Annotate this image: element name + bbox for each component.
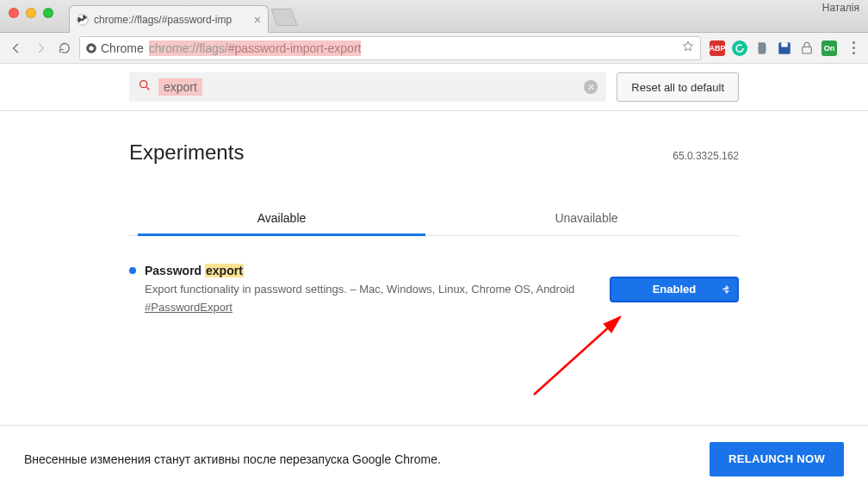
- flags-tabs: Available Unavailable: [129, 201, 739, 236]
- new-tab-button[interactable]: [270, 9, 297, 26]
- annotation-arrow: [525, 308, 646, 403]
- save-extension-icon[interactable]: [777, 40, 792, 56]
- onetab-extension-icon[interactable]: On: [822, 40, 837, 56]
- flags-search-area: export ✕ Reset all to default: [0, 64, 868, 111]
- flag-description: Export functionality in password setting…: [145, 283, 596, 296]
- flags-main: Experiments 65.0.3325.162 Available Unav…: [0, 111, 868, 315]
- tab-available[interactable]: Available: [129, 201, 434, 235]
- address-bar[interactable]: Chrome chrome://flags/#password-import-e…: [79, 36, 701, 60]
- tab-unavailable[interactable]: Unavailable: [434, 201, 739, 235]
- svg-point-7: [140, 81, 147, 88]
- close-tab-icon[interactable]: ×: [254, 14, 261, 26]
- grammarly-extension-icon[interactable]: [732, 40, 747, 56]
- search-value: export: [158, 78, 202, 96]
- browser-menu-button[interactable]: [846, 41, 861, 54]
- url-host: chrome://flags/: [149, 40, 228, 56]
- evernote-extension-icon[interactable]: [754, 40, 770, 56]
- close-window-button[interactable]: [9, 8, 19, 18]
- extension-icons: ABP On: [706, 40, 840, 56]
- radioactive-icon: [77, 14, 89, 26]
- window-titlebar: chrome://flags/#password-imp × Наталія: [0, 0, 868, 33]
- relaunch-button[interactable]: RELAUNCH NOW: [710, 442, 844, 476]
- tab-title: chrome://flags/#password-imp: [94, 14, 249, 26]
- chrome-scheme-chip: Chrome: [85, 41, 144, 55]
- relaunch-message: Внесенные изменения станут активны после…: [24, 452, 441, 466]
- flag-title-highlight: export: [205, 264, 244, 277]
- flag-state-value: Enabled: [653, 283, 697, 296]
- minimize-window-button[interactable]: [26, 8, 36, 18]
- clear-search-icon[interactable]: ✕: [584, 80, 598, 94]
- lock-extension-icon[interactable]: [799, 40, 815, 56]
- flag-modified-dot: [129, 267, 136, 274]
- profile-name[interactable]: Наталія: [822, 2, 859, 14]
- bookmark-star-icon[interactable]: [681, 40, 695, 56]
- svg-line-8: [534, 317, 620, 395]
- reload-button[interactable]: [55, 39, 74, 58]
- flag-title-prefix: Password: [145, 264, 205, 277]
- svg-rect-6: [803, 47, 812, 53]
- select-caret-icon: [724, 285, 729, 294]
- relaunch-bar: Внесенные изменения станут активны после…: [0, 425, 868, 492]
- flag-hash-link[interactable]: #PasswordExport: [145, 301, 232, 314]
- url-hash: #password-import-export: [228, 40, 362, 56]
- zoom-window-button[interactable]: [43, 8, 53, 18]
- browser-tab[interactable]: chrome://flags/#password-imp ×: [69, 5, 269, 33]
- back-button[interactable]: [7, 39, 26, 58]
- reset-all-button[interactable]: Reset all to default: [617, 72, 739, 102]
- page-content: export ✕ Reset all to default Experiment…: [0, 64, 868, 425]
- url-text: chrome://flags/#password-import-export: [149, 41, 362, 55]
- flag-title: Password export: [145, 264, 244, 277]
- svg-point-3: [89, 46, 93, 50]
- svg-rect-5: [781, 42, 788, 47]
- page-heading: Experiments: [129, 140, 244, 165]
- chrome-version: 65.0.3325.162: [673, 150, 739, 162]
- flags-search-input[interactable]: export ✕: [129, 72, 606, 102]
- browser-toolbar: Chrome chrome://flags/#password-import-e…: [0, 33, 868, 64]
- flag-state-select[interactable]: Enabled: [610, 277, 739, 302]
- flag-item: Password export Export functionality in …: [129, 264, 739, 315]
- window-controls: [0, 0, 62, 18]
- forward-button[interactable]: [31, 39, 50, 58]
- abp-extension-icon[interactable]: ABP: [710, 40, 725, 56]
- scheme-label: Chrome: [101, 41, 144, 55]
- search-icon: [138, 78, 152, 96]
